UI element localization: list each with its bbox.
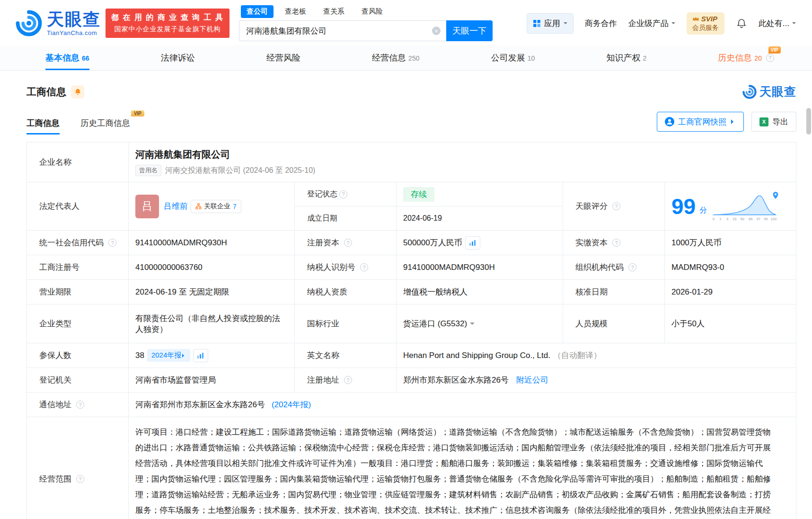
legal-rep-cell: 吕 吕维前 关联企业 7 [129,182,295,230]
tab-history-info[interactable]: VIP 历史信息 20 [718,45,774,70]
help-icon[interactable] [76,475,84,483]
tab-label: 公司发展 [491,52,525,63]
table-row-legal-rep: 法定代表人 吕 吕维前 关联企业 7 登记状态 [27,182,796,231]
official-snapshot-button[interactable]: 工商官网快照 [657,112,744,132]
snapshot-label: 工商官网快照 [678,116,726,127]
search-input[interactable] [239,20,446,41]
related-companies-badge[interactable]: 关联企业 7 [191,200,241,213]
chevron-down-icon [671,22,675,26]
tab-count: 2 [643,54,646,62]
business-info-table: 企业名称 河南港航集团有限公司 曾用名 河南交投港航有限公司 (2024-06 … [26,142,796,519]
field-value: 小于50人 [665,304,796,343]
help-icon[interactable] [76,401,84,409]
field-label: 登记状态 [295,182,397,206]
subtab-business-registration[interactable]: 工商信息 [26,117,60,134]
table-row-business-scope: 经营范围 许可项目：港口经营；建设工程施工；国际道路货物运输；道路货物运输（网络… [27,417,796,519]
field-value: 河南省郑州市郑东新区金水东路26号 (2024年报) [129,393,796,417]
annual-report-link[interactable]: (2024年报) [272,399,311,410]
help-icon[interactable] [108,239,116,247]
menu-item-enterprise[interactable]: 企业级产品 [628,18,675,29]
table-row-mail-address: 通信地址 河南省郑州市郑东新区金水东路26号 (2024年报) [27,393,796,417]
help-icon[interactable] [344,376,352,384]
subtab-history-registration[interactable]: VIP 历史工商信息 [80,117,130,134]
field-value: 38 2024年报 [129,343,295,367]
svg-text:1: 1 [719,216,721,221]
tab-operating-risk[interactable]: 经营风险 [266,45,300,70]
svg-text:50: 50 [741,216,745,221]
svg-text:0: 0 [713,216,715,221]
capital-chart-icon[interactable] [465,236,480,250]
chevron-down-icon [792,22,796,26]
field-label: 实缴资本 [563,231,665,255]
field-value: 410000000063760 [129,255,295,279]
field-label: 核准日期 [563,280,665,304]
chevron-down-icon[interactable] [470,322,475,327]
help-icon[interactable] [360,263,368,271]
search-tab-relation[interactable]: 查关系 [318,5,350,18]
field-label: 组织机构代码 [563,255,665,279]
field-value: 91410000MADMRQ930H [129,231,295,255]
tianyancha-logo-icon [16,10,42,36]
insured-chart-icon[interactable] [193,349,208,362]
field-value: MADMRQ93-0 [665,255,796,279]
svip-member-button[interactable]: SVIP 会员服务 [687,12,724,35]
vip-badge: VIP [131,110,144,116]
field-value: Henan Port and Shipping Group Co., Ltd. … [397,343,796,367]
apps-label: 应用 [544,18,560,29]
scrollbar-thumb[interactable] [806,108,811,134]
help-icon[interactable] [339,190,347,198]
menu-item-cooperation[interactable]: 商务合作 [585,18,617,29]
field-label: 人员规模 [563,304,665,343]
tab-intellectual-property[interactable]: 知识产权 2 [606,45,646,70]
tab-label: 知识产权 [606,52,640,63]
avatar[interactable]: 吕 [135,195,159,218]
tab-count: 250 [408,54,419,62]
score-curve-chart: 0 1 3 15 50 85 97 99 100 [711,191,780,222]
related-count: 7 [233,203,237,210]
help-icon[interactable] [612,239,620,247]
export-button[interactable]: 导出 [751,112,796,132]
tianyancha-logo[interactable]: 天眼查 TianYanCha.com [16,10,101,36]
field-label: 国标行业 [295,304,397,343]
help-icon[interactable] [628,263,636,271]
help-icon[interactable] [612,202,620,210]
tianyan-score-cell: 99 分 0 1 3 15 50 85 97 99 100 [665,182,796,230]
field-value: 郑州市郑东新区金水东路26号 附近公司 [397,368,796,392]
legal-rep-link[interactable]: 吕维前 [164,201,188,212]
field-value: 2024-06-19 至 无固定期限 [129,280,295,304]
apps-button[interactable]: 应用 [527,13,574,34]
notification-bell-icon[interactable] [736,18,747,29]
user-menu[interactable]: 此处有... [759,18,796,29]
tab-legal-proceedings[interactable]: 法律诉讼 [161,45,195,70]
section-title: 工商信息 [26,85,66,98]
field-label: 经营范围 [27,417,129,519]
clear-search-icon[interactable] [432,27,441,35]
nearby-companies-link[interactable]: 附近公司 [516,375,548,385]
help-icon[interactable] [766,54,774,62]
field-label: 通信地址 [27,393,129,417]
subscribe-bell-icon[interactable] [71,85,84,98]
tab-label: 历史信息 [718,52,752,63]
annual-report-tag[interactable]: 2024年报 [147,349,190,362]
search-tab-boss[interactable]: 查老板 [279,5,312,18]
search-area: 查公司 查老板 查关系 查风险 天眼一下 [239,5,493,41]
slogan-line2: 国家中小企业发展子基金旗下机构 [111,25,224,34]
svip-label: SVIP [701,15,717,23]
search-tab-company[interactable]: 查公司 [241,5,274,18]
field-label: 天眼评分 [563,182,665,230]
tab-basic-info[interactable]: 基本信息 66 [45,45,89,70]
slogan-badge: 都 在 用 的 商 业 查 询 工 具 国家中小企业发展子基金旗下机构 [106,9,229,38]
arrow-right-icon [731,119,736,124]
help-icon[interactable] [344,239,352,247]
enterprise-label: 企业级产品 [628,18,669,29]
search-button[interactable]: 天眼一下 [446,20,493,41]
svg-text:97: 97 [757,216,761,221]
search-tab-risk[interactable]: 查风险 [356,5,388,18]
company-nav-tabs: 基本信息 66 法律诉讼 经营风险 经营信息 250 公司发展 10 知识产权 … [0,45,812,71]
tab-company-development[interactable]: 公司发展 10 [491,45,535,70]
field-label: 注册资本 [295,231,397,255]
subtab-actions: 工商官网快照 导出 [657,112,796,134]
tab-business-info[interactable]: 经营信息 250 [372,45,419,70]
svg-text:99: 99 [764,216,768,221]
field-label: 注册地址 [295,368,397,392]
